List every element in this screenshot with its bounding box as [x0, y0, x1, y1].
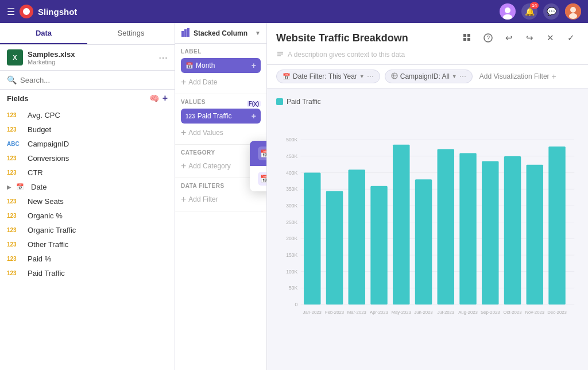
notification-badge: 14 [530, 2, 539, 9]
dropdown-item-month[interactable]: 📅 Month [250, 141, 267, 166]
campaign-filter-options-icon[interactable]: ⋯ [459, 72, 466, 80]
field-type-icon: 123 [7, 126, 23, 133]
field-type-icon: 123 [7, 213, 23, 219]
chat-icon[interactable]: 💬 [543, 3, 559, 20]
bar-jan[interactable] [304, 173, 320, 305]
expand-arrow-icon: ▶ [7, 184, 11, 190]
add-category-row[interactable]: + Add Category [181, 159, 261, 173]
list-item[interactable]: 123 Organic % [0, 209, 175, 223]
bar-sep[interactable] [482, 161, 498, 305]
field-name: Paid % [28, 255, 51, 263]
viz-type-selector[interactable]: Stacked Column ▼ [175, 23, 266, 44]
paid-traffic-chip[interactable]: 123 Paid Traffic + [181, 109, 261, 124]
bar-nov[interactable] [527, 165, 543, 305]
date-filter-label: Date Filter: This Year [293, 72, 357, 80]
fields-brain-icon[interactable]: 🧠 [149, 94, 159, 103]
svg-text:Jan-2023: Jan-2023 [303, 310, 322, 315]
svg-text:Apr-2023: Apr-2023 [370, 310, 388, 315]
campaign-filter-icon [391, 72, 398, 80]
add-values-row[interactable]: + Add Values [181, 126, 261, 140]
list-item[interactable]: ABC CampaignID [0, 137, 175, 151]
dropdown-item-day[interactable]: 📅 Day [250, 166, 267, 191]
bar-jun[interactable] [415, 179, 432, 305]
svg-text:500K: 500K [286, 137, 297, 142]
add-filter-icon: + [181, 194, 186, 205]
config-label-section: LABEL 📅 Month + + Add Date [175, 44, 266, 94]
svg-text:100K: 100K [286, 269, 297, 275]
svg-point-0 [505, 7, 510, 13]
list-item[interactable]: 123 Paid Traffic [0, 266, 175, 280]
svg-rect-10 [463, 38, 466, 41]
topnav: ☰ Slingshot 🔔 14 💬 [0, 0, 588, 23]
list-item[interactable]: 123 Organic Traffic [0, 223, 175, 237]
help-button[interactable]: ? [480, 30, 496, 46]
topnav-left: ☰ Slingshot [7, 5, 495, 18]
add-category-label: Add Category [188, 162, 230, 170]
viz-dropdown-icon: ▼ [255, 30, 261, 36]
notification-icon[interactable]: 🔔 14 [521, 3, 537, 20]
field-type-icon: ABC [7, 141, 23, 147]
viz-type-label: Stacked Column [194, 29, 252, 37]
filter-bar: 📅 Date Filter: This Year ▼ ⋯ CampaignID:… [267, 65, 588, 88]
file-more-button[interactable]: ⋯ [158, 52, 168, 63]
bar-aug[interactable] [459, 153, 476, 305]
bar-oct[interactable] [504, 156, 521, 305]
campaign-filter-dropdown-icon: ▼ [452, 74, 457, 79]
svg-rect-11 [467, 38, 470, 41]
topnav-right: 🔔 14 💬 [500, 3, 581, 20]
field-type-icon: 123 [7, 256, 23, 262]
tab-settings[interactable]: Settings [87, 23, 175, 44]
field-name: New Seats [28, 197, 64, 206]
bar-jul[interactable] [438, 149, 454, 305]
undo-button[interactable]: ↩ [501, 30, 517, 46]
paid-traffic-chip-close[interactable]: + [252, 111, 256, 121]
bar-may[interactable] [393, 145, 409, 305]
date-filter-options-icon[interactable]: ⋯ [367, 72, 374, 80]
list-item[interactable]: ▶ 📅 Date [0, 180, 175, 194]
month-chip[interactable]: 📅 Month + [181, 58, 261, 73]
search-input[interactable] [20, 76, 168, 84]
description-placeholder[interactable]: A description gives context to this data [288, 51, 405, 59]
expand-button[interactable]: ✓ [563, 30, 579, 46]
fx-badge[interactable]: F(x) [247, 101, 261, 107]
fields-add-button[interactable]: + [163, 93, 168, 103]
profile-avatar[interactable] [565, 3, 581, 20]
close-button[interactable]: ✕ [542, 30, 558, 46]
redo-button[interactable]: ↪ [521, 30, 537, 46]
list-item[interactable]: 123 Conversions [0, 151, 175, 165]
svg-text:300K: 300K [286, 203, 297, 209]
svg-text:May-2023: May-2023 [392, 310, 411, 315]
field-type-icon: 123 [7, 169, 23, 176]
list-item[interactable]: 123 Budget [0, 122, 175, 137]
app-name: Slingshot [38, 7, 77, 17]
user-avatar-icon[interactable] [500, 3, 516, 20]
add-filter-label: Add Filter [188, 195, 218, 203]
date-filter-chip[interactable]: 📅 Date Filter: This Year ▼ ⋯ [276, 70, 380, 83]
tab-data[interactable]: Data [0, 23, 87, 44]
add-filter-row[interactable]: + Add Filter [181, 192, 261, 206]
grid-view-button[interactable] [459, 30, 475, 46]
list-item[interactable]: 123 Other Traffic [0, 237, 175, 252]
field-name: Organic % [28, 211, 63, 220]
dropdown-day-icon: 📅 [258, 172, 267, 186]
add-visualization-filter-button[interactable]: Add Visualization Filter + [479, 72, 556, 81]
list-item[interactable]: 123 Avg. CPC [0, 108, 175, 122]
svg-text:Feb-2023: Feb-2023 [325, 310, 344, 315]
month-chip-close[interactable]: + [252, 61, 256, 70]
add-values-icon: + [181, 128, 186, 138]
list-item[interactable]: 123 Paid % [0, 252, 175, 266]
svg-rect-5 [181, 31, 184, 37]
calendar-chip-icon: 📅 [185, 62, 194, 70]
campaign-filter-chip[interactable]: CampaignID: All ▼ ⋯ [385, 70, 473, 83]
bar-dec[interactable] [548, 147, 565, 305]
hamburger-icon[interactable]: ☰ [7, 6, 15, 17]
add-date-row[interactable]: + Add Date [181, 75, 261, 89]
list-item[interactable]: 123 CTR [0, 165, 175, 180]
list-item[interactable]: 123 New Seats [0, 194, 175, 209]
chart-legend: Paid Traffic [276, 98, 579, 106]
bar-mar[interactable] [349, 169, 365, 305]
data-config-panel: Stacked Column ▼ LABEL 📅 Month + + Add D… [175, 23, 267, 370]
bar-apr[interactable] [370, 186, 387, 305]
calendar-filter-icon: 📅 [283, 73, 291, 80]
bar-feb[interactable] [326, 191, 343, 305]
